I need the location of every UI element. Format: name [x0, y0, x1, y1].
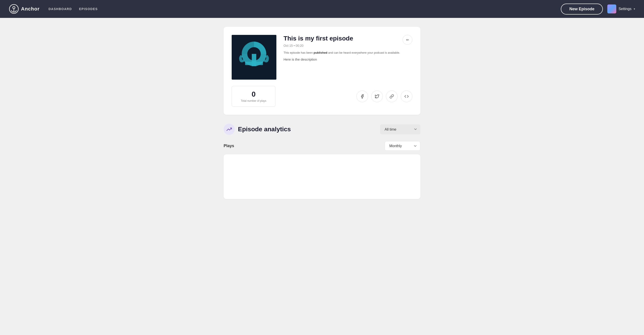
- plays-label: Total number of plays: [241, 99, 266, 102]
- share-link-button[interactable]: [386, 90, 398, 102]
- analytics-icon: [224, 124, 235, 135]
- trending-up-icon: [226, 126, 232, 132]
- navbar-right: New Episode Settings ▾: [561, 4, 635, 14]
- logo-text: Anchor: [21, 6, 40, 12]
- episode-card-bottom: 0 Total number of plays: [232, 86, 412, 107]
- settings-chevron-icon: ▾: [634, 8, 635, 10]
- episode-meta: Oct 15 • 00:20: [284, 44, 412, 48]
- plays-box: 0 Total number of plays: [232, 86, 276, 107]
- facebook-icon: [360, 94, 364, 98]
- svg-rect-7: [245, 62, 263, 65]
- share-twitter-button[interactable]: [371, 90, 383, 102]
- anchor-logo-icon: [9, 4, 19, 14]
- analytics-section: Episode analytics All time Last 7 days L…: [224, 124, 420, 199]
- share-icons: [356, 90, 412, 102]
- nav-episodes[interactable]: EPISODES: [79, 7, 98, 11]
- monthly-dropdown[interactable]: Monthly Weekly Daily: [384, 141, 420, 151]
- plays-section-label: Plays: [224, 144, 234, 148]
- episode-status: This episode has been published and can …: [284, 50, 412, 55]
- nav-links: DASHBOARD EPISODES: [48, 7, 98, 11]
- plays-count: 0: [241, 90, 266, 98]
- chart-area: [224, 154, 420, 199]
- pencil-icon: ✏: [406, 38, 409, 42]
- plays-row: Plays Monthly Weekly Daily: [224, 141, 420, 151]
- episode-description: Here is the description: [284, 58, 412, 61]
- share-embed-button[interactable]: [401, 90, 412, 102]
- embed-icon: [404, 94, 409, 98]
- episode-card: This is my first episode Oct 15 • 00:20 …: [224, 27, 420, 115]
- twitter-icon: [375, 94, 379, 98]
- edit-episode-button[interactable]: ✏: [402, 35, 412, 45]
- status-text-before: This episode has been: [284, 51, 314, 54]
- episode-title: This is my first episode: [284, 35, 412, 42]
- user-avatar: [607, 4, 616, 14]
- episode-info: This is my first episode Oct 15 • 00:20 …: [284, 35, 412, 61]
- logo-area: Anchor: [9, 4, 40, 14]
- status-bold: published: [314, 51, 327, 54]
- analytics-header: Episode analytics All time Last 7 days L…: [224, 124, 420, 135]
- all-time-dropdown[interactable]: All time Last 7 days Last 30 days: [380, 124, 420, 134]
- settings-label: Settings: [618, 7, 632, 11]
- settings-area[interactable]: Settings ▾: [607, 4, 635, 14]
- navbar: Anchor DASHBOARD EPISODES New Episode Se…: [0, 0, 644, 18]
- analytics-title-area: Episode analytics: [224, 124, 291, 135]
- new-episode-button[interactable]: New Episode: [561, 4, 603, 14]
- link-icon: [390, 94, 394, 98]
- status-text-after: and can be heard everywhere your podcast…: [327, 51, 400, 54]
- nav-dashboard[interactable]: DASHBOARD: [48, 7, 72, 11]
- episode-thumbnail: [232, 35, 276, 80]
- share-facebook-button[interactable]: [356, 90, 368, 102]
- navbar-left: Anchor DASHBOARD EPISODES: [9, 4, 98, 14]
- episode-card-top: This is my first episode Oct 15 • 00:20 …: [232, 35, 412, 80]
- main-content: This is my first episode Oct 15 • 00:20 …: [219, 18, 425, 208]
- svg-point-1: [13, 6, 15, 9]
- analytics-title: Episode analytics: [238, 126, 291, 133]
